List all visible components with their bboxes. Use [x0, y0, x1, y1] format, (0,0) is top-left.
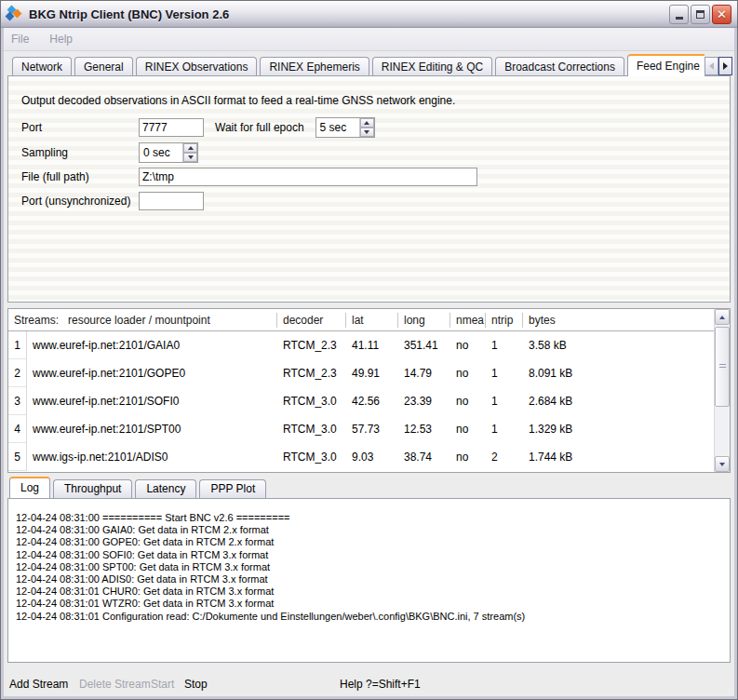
maximize-icon — [696, 10, 704, 19]
sampling-row: Sampling 0 sec — [21, 142, 198, 163]
sampling-spin-up-button[interactable] — [183, 143, 197, 153]
tab-log[interactable]: Log — [9, 477, 50, 498]
streams-scrollbar[interactable] — [714, 309, 730, 472]
cell-ntrip: 2 — [486, 451, 523, 464]
cell-lat: 57.73 — [346, 423, 398, 436]
scroll-down-icon — [719, 463, 725, 466]
log-line: 12-04-24 08:31:00 SOFI0: Get data in RTC… — [16, 549, 730, 561]
table-row[interactable]: 4 www.euref-ip.net:2101/SPT00 RTCM_3.0 5… — [8, 415, 714, 443]
minimize-button[interactable] — [669, 5, 689, 24]
port-row: Port Wait for full epoch 5 sec — [21, 117, 375, 138]
table-row[interactable]: 2 www.euref-ip.net:2101/GOPE0 RTCM_2.3 4… — [8, 359, 714, 387]
close-button[interactable]: ✕ — [712, 5, 731, 24]
cell-long: 23.39 — [398, 395, 450, 408]
cell-nmea: no — [450, 451, 486, 464]
header-bytes[interactable]: bytes — [523, 313, 714, 328]
log-line: 12-04-24 08:31:01 CHUR0: Get data in RTC… — [16, 586, 730, 598]
cell-decoder: RTCM_3.0 — [277, 423, 346, 436]
cell-ntrip: 1 — [486, 339, 523, 352]
log-line: 12-04-24 08:31:00 SPT00: Get data in RTC… — [16, 561, 730, 573]
table-row[interactable]: 1 www.euref-ip.net:2101/GAIA0 RTCM_2.3 4… — [8, 331, 714, 359]
tab-ppp-plot[interactable]: PPP Plot — [199, 479, 266, 498]
cell-lat: 41.11 — [346, 339, 398, 352]
header-decoder[interactable]: decoder — [277, 313, 346, 328]
cell-ntrip: 1 — [486, 395, 523, 408]
tab-scroll-right-button[interactable] — [718, 57, 732, 75]
spin-up-icon — [188, 146, 194, 150]
titlebar[interactable]: BKG Ntrip Client (BNC) Version 2.6 ✕ — [1, 1, 737, 28]
sampling-spinbox[interactable]: 0 sec — [139, 142, 198, 163]
menu-help[interactable]: Help — [49, 33, 73, 46]
row-number[interactable]: 3 — [8, 387, 27, 415]
header-lat[interactable]: lat — [346, 313, 398, 328]
scroll-up-button[interactable] — [715, 309, 730, 325]
window-title: BKG Ntrip Client (BNC) Version 2.6 — [29, 7, 669, 21]
tab-throughput[interactable]: Throughput — [53, 479, 132, 498]
header-nmea[interactable]: nmea — [450, 313, 486, 328]
log-output[interactable]: 12-04-24 08:31:00 ========== Start BNC v… — [7, 498, 731, 663]
row-number[interactable]: 1 — [8, 331, 27, 359]
streams-table-header: Streams: resource loader / mountpoint de… — [8, 309, 714, 331]
cell-bytes: 1.744 kB — [523, 451, 714, 464]
log-line: 12-04-24 08:31:00 GAIA0: Get data in RTC… — [16, 524, 730, 536]
tab-feed-engine[interactable]: Feed Engine — [627, 54, 704, 76]
cell-decoder: RTCM_3.0 — [277, 395, 346, 408]
cell-lat: 9.03 — [346, 451, 398, 464]
scroll-down-button[interactable] — [715, 456, 730, 472]
tab-rinex-editing-qc[interactable]: RINEX Editing & QC — [372, 57, 492, 76]
wait-spinbox[interactable]: 5 sec — [315, 117, 375, 138]
tab-network[interactable]: Network — [12, 57, 72, 76]
app-logo-icon — [7, 6, 23, 22]
cell-mountpoint: www.euref-ip.net:2101/GOPE0 — [27, 367, 277, 380]
maximize-button[interactable] — [691, 5, 710, 24]
cell-lat: 42.56 — [346, 395, 398, 408]
tab-general[interactable]: General — [74, 57, 133, 76]
cell-nmea: no — [450, 395, 486, 408]
log-line: 12-04-24 08:31:00 ========== Start BNC v… — [16, 512, 730, 524]
cell-lat: 49.91 — [346, 367, 398, 380]
help-button[interactable]: Help ?=Shift+F1 — [340, 678, 421, 691]
table-row[interactable]: 5 www.igs-ip.net:2101/ADIS0 RTCM_3.0 9.0… — [8, 443, 714, 471]
cell-nmea: no — [450, 423, 486, 436]
wait-for-full-epoch-label: Wait for full epoch — [215, 121, 304, 134]
table-row[interactable]: 3 www.euref-ip.net:2101/SOFI0 RTCM_3.0 4… — [8, 387, 714, 415]
tab-latency[interactable]: Latency — [135, 479, 196, 498]
cell-long: 351.41 — [398, 339, 450, 352]
tab-broadcast-corrections[interactable]: Broadcast Corrections — [495, 57, 624, 76]
streams-table-body: Streams: resource loader / mountpoint de… — [8, 309, 714, 472]
main-tabbar: Network General RINEX Observations RINEX… — [12, 54, 732, 76]
tab-rinex-observations[interactable]: RINEX Observations — [136, 57, 258, 76]
row-number[interactable]: 5 — [8, 443, 27, 471]
file-path-input[interactable] — [139, 168, 477, 186]
header-mountpoint[interactable]: Streams: resource loader / mountpoint — [8, 313, 277, 328]
menu-file[interactable]: File — [11, 33, 29, 46]
add-stream-button[interactable]: Add Stream — [9, 678, 68, 691]
header-long[interactable]: long — [398, 313, 450, 328]
port-input[interactable] — [139, 118, 204, 137]
panel-description: Output decoded observations in ASCII for… — [21, 94, 455, 107]
file-path-label: File (full path) — [21, 170, 139, 183]
delete-stream-button[interactable]: Delete Stream — [79, 678, 151, 691]
cell-mountpoint: www.igs-ip.net:2101/ADIS0 — [27, 451, 277, 464]
row-number[interactable]: 4 — [8, 415, 27, 443]
cell-bytes: 2.684 kB — [523, 395, 714, 408]
start-button[interactable]: Start — [151, 678, 174, 691]
sampling-spin-down-button[interactable] — [183, 153, 197, 162]
scrollbar-track[interactable] — [715, 325, 730, 456]
sampling-spin-buttons — [182, 143, 197, 162]
port-unsynchronized-input[interactable] — [139, 192, 204, 210]
wait-spin-up-button[interactable] — [360, 118, 374, 128]
arrow-right-icon — [723, 62, 728, 70]
tab-rinex-ephemeris[interactable]: RINEX Ephemeris — [260, 57, 369, 76]
log-line: 12-04-24 08:31:01 Configuration read: C:… — [16, 611, 730, 623]
tab-scroll-left-button[interactable] — [704, 57, 718, 75]
wait-spin-buttons — [359, 118, 374, 137]
row-number[interactable]: 2 — [8, 359, 27, 387]
wait-spin-down-button[interactable] — [360, 128, 374, 137]
scrollbar-thumb[interactable] — [715, 327, 730, 407]
header-ntrip[interactable]: ntrip — [486, 313, 523, 328]
cell-nmea: no — [450, 339, 486, 352]
stop-button[interactable]: Stop — [184, 678, 208, 691]
cell-ntrip: 1 — [486, 367, 523, 380]
menubar: File Help — [4, 28, 734, 51]
